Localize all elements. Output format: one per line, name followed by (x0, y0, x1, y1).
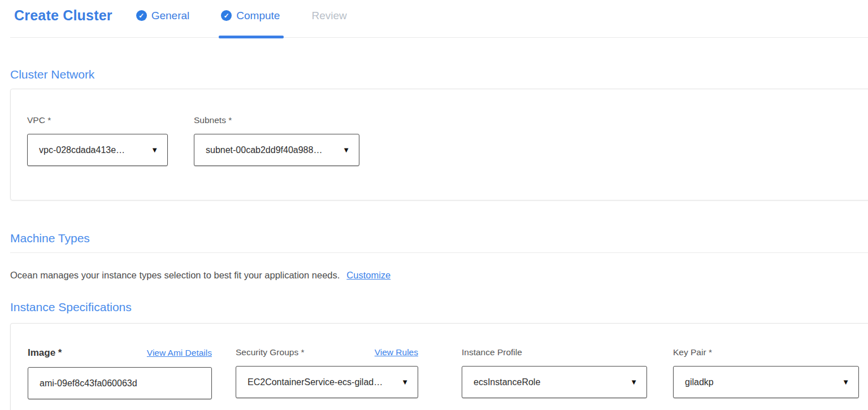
instance-profile-selected-value: ecsInstanceRole (474, 377, 540, 387)
active-tab-indicator (219, 36, 284, 38)
key-pair-field: Key Pair * giladkp ▼ (673, 347, 859, 398)
vpc-label: VPC * (27, 115, 168, 125)
chevron-down-icon: ▼ (151, 146, 158, 154)
machine-types-description-text: Ocean manages your instance types select… (10, 270, 340, 280)
subnets-label: Subnets * (194, 115, 359, 125)
machine-types-divider (10, 252, 868, 253)
section-title-cluster-network: Cluster Network (10, 68, 94, 81)
subnets-selected-value: subnet-00cab2dd9f40a988… (206, 145, 322, 155)
key-pair-label: Key Pair * (673, 347, 859, 357)
tab-compute[interactable]: ✓ Compute (221, 10, 280, 22)
check-circle-icon: ✓ (221, 10, 232, 21)
security-groups-select[interactable]: EC2ContainerService-ecs-gilad… ▼ (236, 366, 418, 398)
chevron-down-icon: ▼ (842, 378, 849, 386)
tab-review-label: Review (311, 10, 346, 22)
image-input[interactable] (28, 367, 212, 399)
key-pair-select[interactable]: giladkp ▼ (673, 366, 859, 398)
wizard-header: Create Cluster ✓ General ✓ Compute Revie… (0, 0, 868, 37)
vpc-field: VPC * vpc-028cdada413e… ▼ (27, 115, 168, 166)
security-groups-selected-value: EC2ContainerService-ecs-gilad… (248, 377, 383, 387)
section-title-machine-types: Machine Types (10, 232, 90, 245)
view-rules-link[interactable]: View Rules (375, 347, 418, 357)
image-label: Image * (28, 347, 62, 359)
security-groups-label: Security Groups * (236, 347, 304, 357)
instance-profile-select[interactable]: ecsInstanceRole ▼ (462, 366, 647, 398)
subnets-field: Subnets * subnet-00cab2dd9f40a988… ▼ (194, 115, 359, 166)
page-title: Create Cluster (14, 7, 112, 24)
check-circle-icon: ✓ (136, 10, 147, 21)
instance-profile-field: Instance Profile ecsInstanceRole ▼ (462, 347, 647, 398)
security-groups-field: Security Groups * View Rules EC2Containe… (236, 347, 418, 398)
chevron-down-icon: ▼ (342, 146, 350, 154)
customize-link[interactable]: Customize (346, 270, 390, 280)
section-title-instance-specifications: Instance Specifications (10, 300, 132, 314)
tab-general[interactable]: ✓ General (136, 10, 190, 22)
vpc-selected-value: vpc-028cdada413e… (39, 145, 125, 155)
chevron-down-icon: ▼ (630, 378, 637, 386)
tab-compute-label: Compute (236, 10, 280, 22)
tab-review[interactable]: Review (311, 10, 346, 22)
vpc-select[interactable]: vpc-028cdada413e… ▼ (27, 134, 168, 166)
header-divider (10, 37, 868, 38)
tab-general-label: General (151, 10, 190, 22)
key-pair-selected-value: giladkp (685, 377, 714, 387)
image-field: Image * View Ami Details (28, 347, 212, 399)
chevron-down-icon: ▼ (401, 378, 409, 386)
instance-profile-label: Instance Profile (462, 347, 647, 357)
view-ami-details-link[interactable]: View Ami Details (147, 348, 212, 358)
wizard-steps: ✓ General ✓ Compute Review (136, 10, 347, 22)
machine-types-description: Ocean manages your instance types select… (10, 270, 390, 281)
subnets-select[interactable]: subnet-00cab2dd9f40a988… ▼ (194, 134, 359, 166)
